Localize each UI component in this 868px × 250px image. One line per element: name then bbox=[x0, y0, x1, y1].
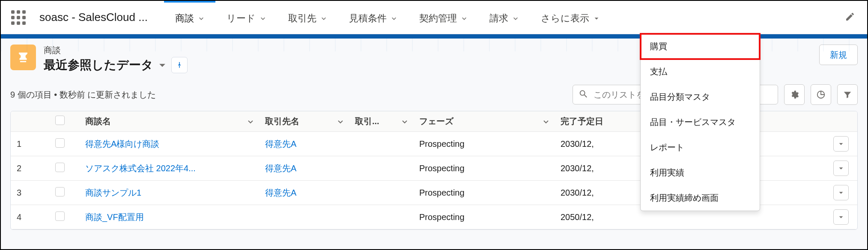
cell-account: 得意先A bbox=[259, 181, 349, 205]
cell-date: 2030/12, bbox=[555, 181, 640, 205]
nav-tab-more[interactable]: さらに表示 bbox=[530, 1, 611, 34]
nav-tab-contract[interactable]: 契約管理 bbox=[408, 1, 478, 34]
caret-down-icon[interactable] bbox=[158, 60, 167, 70]
svg-marker-4 bbox=[839, 143, 843, 145]
app-name: soasc - SalesCloud ... bbox=[39, 11, 148, 24]
row-checkbox[interactable] bbox=[55, 138, 65, 148]
nav-tab-label: 商談 bbox=[175, 12, 194, 25]
cell-account2 bbox=[349, 132, 413, 156]
row-select[interactable] bbox=[49, 181, 79, 205]
more-dropdown: 購買 支払 品目分類マスタ 品目・サービスマスタ レポート 利用実績 利用実績締… bbox=[640, 33, 760, 211]
row-number: 2 bbox=[11, 156, 49, 181]
account-link[interactable]: 得意先A bbox=[265, 188, 296, 197]
nav-tab-label: 取引先 bbox=[288, 12, 316, 25]
cell-name: 商談_VF配置用 bbox=[79, 205, 259, 229]
chevron-down-icon bbox=[198, 15, 204, 21]
chevron-down-icon bbox=[260, 15, 266, 21]
cell-account: 得意先A bbox=[259, 156, 349, 181]
svg-marker-0 bbox=[595, 18, 599, 19]
list-meta-text: 9 個の項目 • 数秒前 に更新されました bbox=[10, 89, 156, 101]
cell-action bbox=[827, 181, 857, 205]
row-checkbox[interactable] bbox=[55, 163, 65, 172]
nav-tabs: 商談 リード 取引先 見積条件 契約管理 請求 さらに表示 bbox=[164, 1, 611, 34]
global-nav: soasc - SalesCloud ... 商談 リード 取引先 見積条件 契… bbox=[1, 1, 867, 34]
cell-phase: Prospecting bbox=[413, 156, 555, 181]
dd-item-closing[interactable]: 利用実績締め画面 bbox=[641, 185, 760, 211]
cell-phase: Prospecting bbox=[413, 205, 555, 229]
svg-marker-5 bbox=[839, 167, 843, 169]
chevron-down-icon bbox=[321, 15, 327, 21]
col-rownum bbox=[11, 111, 49, 132]
row-action-button[interactable] bbox=[833, 161, 849, 176]
dd-item-category[interactable]: 品目分類マスタ bbox=[641, 84, 760, 110]
opportunity-link[interactable]: 商談_VF配置用 bbox=[85, 212, 144, 222]
edit-nav-icon[interactable] bbox=[845, 12, 855, 24]
row-action-button[interactable] bbox=[833, 185, 849, 200]
chevron-down-icon bbox=[461, 15, 467, 21]
chevron-down-icon bbox=[391, 15, 397, 21]
col-phase[interactable]: フェーズ bbox=[413, 111, 555, 132]
list-settings-button[interactable] bbox=[784, 84, 805, 105]
nav-tab-label: 請求 bbox=[489, 12, 508, 25]
cell-date: 2050/12, bbox=[555, 205, 640, 229]
row-action-button[interactable] bbox=[833, 136, 849, 152]
col-name[interactable]: 商談名 bbox=[79, 111, 259, 132]
nav-tab-label: 契約管理 bbox=[419, 12, 457, 25]
row-checkbox[interactable] bbox=[55, 187, 65, 196]
chevron-down-icon bbox=[543, 118, 549, 125]
cell-action bbox=[827, 132, 857, 156]
dd-item-payment[interactable]: 支払 bbox=[641, 59, 760, 84]
row-select[interactable] bbox=[49, 205, 79, 229]
cell-name: 商談サンプル1 bbox=[79, 181, 259, 205]
cell-account: 得意先A bbox=[259, 132, 349, 156]
chevron-down-icon bbox=[513, 15, 519, 21]
account-link[interactable]: 得意先A bbox=[265, 164, 296, 173]
nav-tab-opportunity[interactable]: 商談 bbox=[164, 1, 215, 34]
chevron-down-icon bbox=[247, 118, 254, 125]
opportunity-link[interactable]: ソアスク株式会社 2022年4... bbox=[85, 164, 196, 173]
svg-point-2 bbox=[580, 91, 585, 95]
cell-account2 bbox=[349, 156, 413, 181]
chevron-down-icon bbox=[401, 118, 408, 125]
nav-tab-label: 見積条件 bbox=[349, 12, 387, 25]
col-account[interactable]: 取引先名 bbox=[259, 111, 349, 132]
svg-marker-6 bbox=[839, 192, 843, 193]
nav-tab-account[interactable]: 取引先 bbox=[277, 1, 338, 34]
nav-tab-lead[interactable]: リード bbox=[215, 1, 277, 34]
opportunity-link[interactable]: 得意先A様向け商談 bbox=[85, 139, 159, 149]
nav-tab-billing[interactable]: 請求 bbox=[478, 1, 530, 34]
col-close-date[interactable]: 完了予定日 bbox=[555, 111, 640, 132]
row-number: 1 bbox=[11, 132, 49, 156]
dd-item-purchase[interactable]: 購買 bbox=[641, 34, 760, 59]
row-checkbox[interactable] bbox=[55, 211, 65, 221]
nav-tab-label: さらに表示 bbox=[541, 12, 589, 25]
opportunity-link[interactable]: 商談サンプル1 bbox=[85, 188, 141, 197]
dd-item-report[interactable]: レポート bbox=[641, 135, 760, 160]
row-action-button[interactable] bbox=[833, 209, 849, 225]
account-link[interactable]: 得意先A bbox=[265, 139, 296, 149]
nav-tab-label: リード bbox=[227, 12, 256, 25]
dd-item-product[interactable]: 品目・サービスマスタ bbox=[641, 110, 760, 135]
svg-line-3 bbox=[585, 95, 587, 98]
filter-button[interactable] bbox=[837, 84, 858, 105]
chevron-down-icon bbox=[337, 118, 344, 125]
list-view-name[interactable]: 最近参照したデータ bbox=[44, 57, 153, 73]
col-select[interactable] bbox=[49, 111, 79, 132]
pin-button[interactable] bbox=[171, 57, 188, 73]
app-launcher-icon[interactable] bbox=[10, 9, 27, 26]
svg-marker-7 bbox=[839, 216, 843, 218]
search-icon bbox=[579, 89, 588, 100]
col-actions bbox=[827, 111, 857, 132]
col-account-trunc[interactable]: 取引... bbox=[349, 111, 413, 132]
chart-view-button[interactable] bbox=[811, 84, 831, 105]
row-select[interactable] bbox=[49, 156, 79, 181]
cell-phase: Prospecting bbox=[413, 132, 555, 156]
svg-marker-1 bbox=[159, 64, 165, 67]
cell-account bbox=[259, 205, 349, 229]
select-all-checkbox[interactable] bbox=[55, 116, 65, 125]
row-number: 4 bbox=[11, 205, 49, 229]
dd-item-usage[interactable]: 利用実績 bbox=[641, 160, 760, 185]
cell-phase: Prospecting bbox=[413, 181, 555, 205]
row-select[interactable] bbox=[49, 132, 79, 156]
nav-tab-quote[interactable]: 見積条件 bbox=[338, 1, 408, 34]
